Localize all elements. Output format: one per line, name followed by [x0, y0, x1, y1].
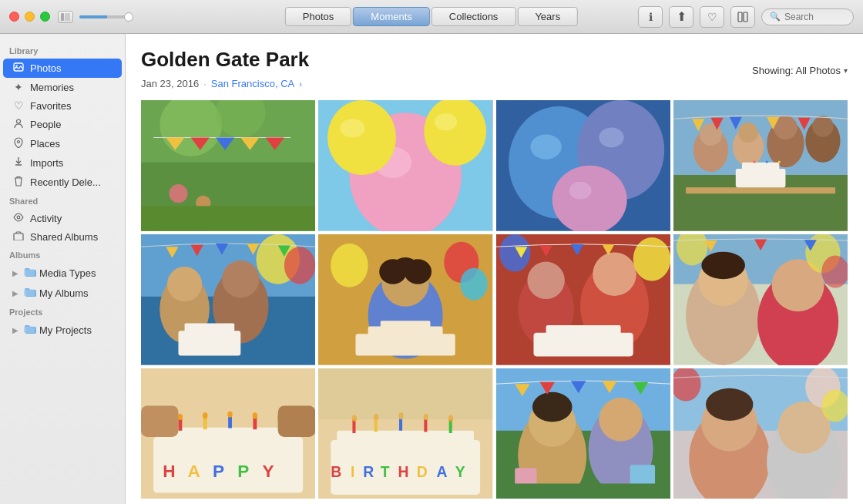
slider-thumb[interactable]	[124, 12, 133, 22]
svg-point-31	[530, 135, 561, 160]
search-icon: 🔍	[770, 12, 781, 22]
photo-item[interactable]	[496, 234, 670, 365]
svg-point-92	[499, 234, 530, 271]
sidebar-item-recently-deleted[interactable]: Recently Dele...	[3, 173, 122, 192]
trash-icon	[12, 176, 25, 189]
svg-point-33	[599, 128, 623, 148]
svg-point-41	[738, 123, 758, 143]
svg-rect-144	[425, 418, 428, 432]
photo-item[interactable]	[141, 234, 315, 365]
photo-item[interactable]: H A P P Y	[141, 368, 315, 499]
sidebar-item-imports[interactable]: Imports	[3, 153, 122, 173]
svg-point-5	[15, 65, 17, 66]
traffic-lights	[9, 12, 50, 22]
showing-label: Showing: All Photos	[752, 65, 841, 76]
svg-rect-89	[533, 333, 633, 357]
shared-albums-icon	[12, 230, 25, 243]
event-date: Jan 23, 2016	[141, 78, 199, 89]
svg-point-49	[753, 161, 755, 163]
svg-point-171	[706, 388, 753, 420]
sidebar-item-shared-albums[interactable]: Shared Albums	[3, 227, 122, 246]
share-button[interactable]: ⬆	[669, 6, 693, 28]
zoom-slider[interactable]	[79, 12, 133, 22]
svg-rect-90	[546, 325, 620, 334]
svg-text:A: A	[437, 463, 448, 480]
photo-item[interactable]	[673, 100, 848, 231]
nav-tabs: Photos Moments Collections Years	[285, 7, 578, 26]
svg-text:H: H	[398, 463, 409, 480]
window-controls	[58, 11, 73, 23]
sidebar-item-my-projects[interactable]: ▶ My Projects	[3, 320, 122, 340]
location-arrow: ›	[299, 79, 302, 89]
svg-rect-118	[178, 418, 182, 430]
folder-icon-albums	[24, 286, 36, 300]
sidebar-toggle-button[interactable]	[58, 11, 73, 23]
tab-collections[interactable]: Collections	[432, 7, 516, 26]
expand-arrow-projects: ▶	[12, 326, 18, 334]
photo-item[interactable]	[318, 100, 492, 231]
photo-item[interactable]	[318, 234, 492, 365]
photo-item[interactable]	[496, 368, 670, 499]
imports-icon	[12, 156, 25, 170]
photo-item[interactable]	[496, 100, 670, 231]
sidebar-item-memories[interactable]: ✦ Memories	[3, 78, 122, 96]
svg-text:Y: Y	[455, 463, 465, 480]
svg-point-126	[253, 412, 257, 418]
svg-rect-128	[141, 405, 178, 436]
photos-label: Photos	[30, 62, 61, 74]
sep1: ·	[203, 78, 207, 89]
svg-text:R: R	[363, 463, 374, 480]
svg-rect-78	[356, 334, 455, 355]
svg-rect-48	[742, 163, 779, 170]
svg-text:D: D	[417, 463, 428, 480]
sidebar-item-media-types[interactable]: ▶ Media Types	[3, 263, 122, 283]
tab-moments[interactable]: Moments	[353, 7, 429, 26]
favorite-button[interactable]: ♡	[700, 6, 724, 28]
svg-rect-151	[318, 368, 492, 419]
search-input[interactable]	[784, 12, 846, 22]
photo-item[interactable]	[141, 100, 315, 231]
svg-point-60	[167, 267, 202, 301]
maximize-button[interactable]	[40, 12, 50, 22]
imports-label: Imports	[30, 157, 63, 169]
svg-rect-21	[141, 207, 315, 231]
library-section-label: Library	[0, 42, 125, 59]
svg-point-64	[284, 247, 315, 284]
info-button[interactable]: ℹ	[638, 6, 663, 28]
svg-point-125	[227, 411, 232, 417]
svg-rect-1	[65, 13, 70, 21]
toolbar-right: ℹ ⬆ ♡ 🔍	[638, 6, 854, 28]
photo-item[interactable]: B I R T H D A Y	[318, 368, 492, 499]
svg-rect-0	[61, 13, 64, 21]
minimize-button[interactable]	[25, 12, 35, 22]
export-button[interactable]	[730, 6, 755, 28]
svg-point-77	[393, 257, 418, 276]
tab-photos[interactable]: Photos	[285, 7, 351, 26]
photo-item[interactable]	[673, 234, 848, 365]
sidebar-item-activity[interactable]: Activity	[3, 209, 122, 227]
svg-text:H: H	[163, 462, 175, 481]
places-label: Places	[30, 138, 60, 150]
close-button[interactable]	[9, 12, 19, 22]
photo-item[interactable]	[673, 368, 848, 499]
svg-point-124	[203, 412, 207, 418]
svg-rect-120	[228, 415, 232, 428]
folder-icon-projects	[24, 323, 36, 337]
svg-point-19	[169, 184, 187, 203]
svg-rect-145	[449, 419, 452, 433]
expand-arrow-media: ▶	[12, 269, 18, 277]
svg-point-101	[701, 252, 745, 280]
sidebar-item-photos[interactable]: Photos	[3, 59, 122, 78]
tab-years[interactable]: Years	[517, 7, 578, 26]
memories-icon: ✦	[12, 81, 25, 93]
showing-control[interactable]: Showing: All Photos ▾	[752, 65, 848, 76]
sidebar-item-places[interactable]: Places	[3, 134, 122, 153]
sidebar-item-my-albums[interactable]: ▶ My Albums	[3, 283, 122, 303]
search-box[interactable]: 🔍	[761, 8, 854, 25]
svg-point-81	[331, 244, 368, 287]
svg-point-7	[18, 141, 20, 143]
event-location[interactable]: San Francisco, CA	[211, 78, 294, 89]
shared-section-label: Shared	[0, 192, 125, 209]
sidebar-item-people[interactable]: People	[3, 115, 122, 134]
sidebar-item-favorites[interactable]: ♡ Favorites	[3, 96, 122, 115]
